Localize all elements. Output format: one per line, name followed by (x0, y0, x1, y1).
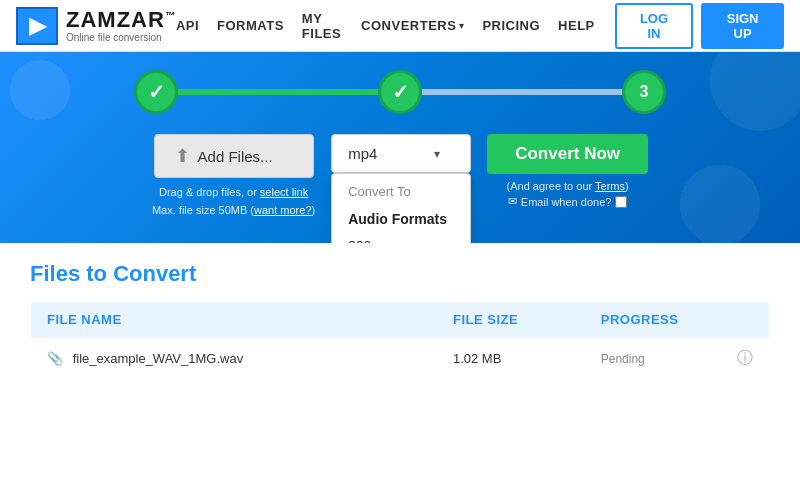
logo-icon: ▶ (16, 7, 58, 45)
file-name-cell: 📎 file_example_WAV_1MG.wav (31, 338, 437, 380)
terms-link[interactable]: Terms (595, 180, 625, 192)
convert-now-section: Convert Now (And agree to our Terms) ✉ E… (487, 134, 648, 208)
progress-status: Pending (601, 352, 645, 366)
add-files-label: Add Files... (198, 148, 273, 165)
col-header-progress: PROGRESS (585, 302, 770, 338)
hero-section: ✓ ✓ 3 ⬆ Add Files... Drag & drop files, … (0, 52, 800, 243)
file-progress-cell: Pending ⓘ (585, 338, 770, 380)
logo-name: ZAMZAR™ (66, 9, 176, 31)
info-icon[interactable]: ⓘ (737, 348, 753, 369)
nav-converters-arrow-icon: ▾ (459, 20, 464, 31)
step-line-1 (178, 89, 378, 95)
step-2-circle: ✓ (378, 70, 422, 114)
format-selected-value: mp4 (348, 145, 377, 162)
logo-text-area: ZAMZAR™ Online file conversion (66, 9, 176, 43)
nav-converters[interactable]: CONVERTERS ▾ (361, 18, 464, 33)
files-table: FILE NAME FILE SIZE PROGRESS 📎 file_exam… (30, 301, 770, 380)
files-table-header: FILE NAME FILE SIZE PROGRESS (31, 302, 770, 338)
progress-cell-inner: Pending ⓘ (601, 348, 753, 369)
logo-main-text: ZAMZAR (66, 7, 165, 32)
nav-my-files[interactable]: MY FILES (302, 11, 343, 41)
main-nav: API FORMATS MY FILES CONVERTERS ▾ PRICIN… (176, 11, 595, 41)
nav-api[interactable]: API (176, 18, 199, 33)
dropdown-convert-to-label: Convert To (332, 174, 470, 205)
select-link[interactable]: select link (260, 186, 308, 198)
files-title-colored: Convert (113, 261, 196, 286)
file-name-text: file_example_WAV_1MG.wav (73, 351, 244, 366)
file-size-cell: 1.02 MB (437, 338, 585, 380)
format-section[interactable]: mp4 ▾ Convert To Audio Formats aac ac3 f… (331, 134, 471, 173)
step-1-check-icon: ✓ (148, 80, 165, 104)
files-table-body: 📎 file_example_WAV_1MG.wav 1.02 MB Pendi… (31, 338, 770, 380)
convert-area: ⬆ Add Files... Drag & drop files, or sel… (40, 134, 760, 219)
terms-note: (And agree to our Terms) (487, 180, 648, 192)
signup-button[interactable]: SIGN UP (701, 3, 784, 49)
format-option-aac[interactable]: aac (332, 231, 470, 243)
logo-arrow-icon: ▶ (29, 13, 46, 39)
upload-icon: ⬆ (175, 145, 190, 167)
logo-area: ▶ ZAMZAR™ Online file conversion (16, 7, 176, 45)
logo-tm: ™ (165, 9, 176, 20)
table-row: 📎 file_example_WAV_1MG.wav 1.02 MB Pendi… (31, 338, 770, 380)
email-note: ✉ Email when done? (487, 195, 648, 208)
email-when-done-label: Email when done? (521, 196, 612, 208)
convert-now-button[interactable]: Convert Now (487, 134, 648, 174)
nav-converters-link[interactable]: CONVERTERS (361, 18, 456, 33)
step-2-check-icon: ✓ (392, 80, 409, 104)
email-icon: ✉ (508, 195, 517, 208)
step-line-2 (422, 89, 622, 95)
steps-bar: ✓ ✓ 3 (40, 70, 760, 114)
header: ▶ ZAMZAR™ Online file conversion API FOR… (0, 0, 800, 52)
files-section: Files to Convert FILE NAME FILE SIZE PRO… (0, 243, 800, 390)
nav-formats[interactable]: FORMATS (217, 18, 284, 33)
file-note: Drag & drop files, or select link Max. f… (152, 184, 315, 219)
step-3-circle: 3 (622, 70, 666, 114)
file-size-value: 1.02 MB (453, 351, 501, 366)
drag-drop-text: Drag & drop files, or (159, 186, 260, 198)
add-files-button[interactable]: ⬆ Add Files... (154, 134, 314, 178)
login-button[interactable]: LOG IN (615, 3, 694, 49)
step-1-circle: ✓ (134, 70, 178, 114)
nav-pricing[interactable]: PRICING (482, 18, 540, 33)
step-3-number: 3 (640, 83, 649, 101)
files-title-static: Files to (30, 261, 113, 286)
col-header-size: FILE SIZE (437, 302, 585, 338)
email-checkbox[interactable] (615, 196, 627, 208)
audio-formats-category: Audio Formats (332, 205, 470, 231)
files-title: Files to Convert (30, 261, 770, 287)
col-header-name: FILE NAME (31, 302, 437, 338)
file-attachment-icon: 📎 (47, 351, 63, 366)
add-files-section: ⬆ Add Files... Drag & drop files, or sel… (152, 134, 315, 219)
want-more-link[interactable]: want more? (254, 204, 311, 216)
select-arrow-icon: ▾ (434, 147, 440, 161)
logo-subtitle: Online file conversion (66, 32, 176, 43)
file-size-text: Max. file size 50MB ( (152, 204, 254, 216)
nav-help[interactable]: HELP (558, 18, 595, 33)
format-dropdown[interactable]: Convert To Audio Formats aac ac3 flac m4… (331, 173, 471, 243)
format-select[interactable]: mp4 ▾ (331, 134, 471, 173)
